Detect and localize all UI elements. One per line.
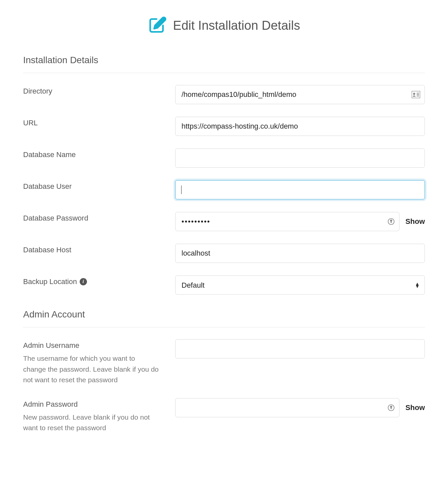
- text-cursor: [181, 186, 182, 194]
- label-dbpass: Database Password: [23, 214, 165, 223]
- show-admin-pass-toggle[interactable]: Show: [405, 403, 425, 412]
- row-url: URL: [23, 117, 425, 136]
- row-admin-password: Admin Password New password. Leave blank…: [23, 398, 425, 434]
- section-heading-admin: Admin Account: [23, 309, 425, 327]
- key-icon: [387, 218, 395, 225]
- row-dbhost: Database Host: [23, 244, 425, 263]
- help-admin-password: New password. Leave blank if you do not …: [23, 412, 159, 434]
- svg-point-8: [390, 406, 392, 408]
- select-backup-location[interactable]: Default: [175, 275, 425, 295]
- info-icon[interactable]: i: [80, 278, 87, 285]
- key-icon: [387, 404, 395, 411]
- page-title: Edit Installation Details: [173, 19, 300, 33]
- input-url[interactable]: [175, 117, 425, 136]
- input-admin-password[interactable]: [175, 398, 399, 417]
- input-dbname[interactable]: [175, 148, 425, 168]
- svg-rect-4: [417, 96, 419, 96]
- row-dbuser: Database User: [23, 180, 425, 199]
- label-dbhost: Database Host: [23, 246, 165, 254]
- label-backup-text: Backup Location: [23, 277, 77, 286]
- row-dbname: Database Name: [23, 148, 425, 168]
- input-directory[interactable]: [175, 85, 425, 104]
- input-admin-username[interactable]: [175, 339, 425, 358]
- label-dbname: Database Name: [23, 150, 165, 159]
- section-heading-installation: Installation Details: [23, 55, 425, 73]
- row-admin-username: Admin Username The username for which yo…: [23, 339, 425, 386]
- contact-card-icon: [412, 91, 420, 98]
- label-directory: Directory: [23, 87, 165, 96]
- label-admin-username: Admin Username: [23, 341, 165, 350]
- input-dbhost[interactable]: [175, 244, 425, 263]
- svg-rect-2: [417, 93, 419, 94]
- row-backup: Backup Location i Default ▲▼: [23, 275, 425, 295]
- label-backup: Backup Location i: [23, 277, 165, 286]
- label-dbuser: Database User: [23, 182, 165, 191]
- show-dbpass-toggle[interactable]: Show: [405, 217, 425, 226]
- row-dbpass: Database Password Show: [23, 212, 425, 231]
- label-url: URL: [23, 119, 165, 127]
- svg-point-1: [413, 93, 415, 95]
- page-title-row: Edit Installation Details: [23, 16, 425, 35]
- input-dbpass[interactable]: [175, 212, 399, 231]
- input-dbuser[interactable]: [175, 180, 425, 199]
- svg-point-6: [390, 220, 392, 222]
- help-admin-username: The username for which you want to chang…: [23, 353, 159, 386]
- svg-rect-3: [417, 94, 419, 95]
- row-directory: Directory: [23, 85, 425, 104]
- label-admin-password: Admin Password: [23, 400, 165, 409]
- edit-icon: [148, 16, 167, 35]
